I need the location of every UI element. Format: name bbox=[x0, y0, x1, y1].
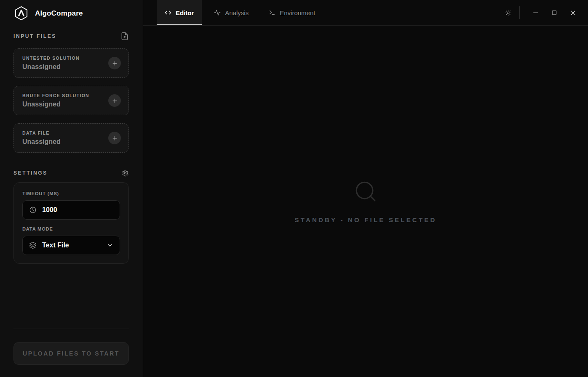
plus-icon[interactable] bbox=[108, 94, 121, 107]
file-card-label: BRUTE FORCE SOLUTION bbox=[22, 93, 89, 98]
activity-icon bbox=[214, 9, 221, 16]
chevron-down-icon bbox=[107, 242, 113, 249]
app-logo-hexagon-lambda-icon bbox=[13, 5, 29, 21]
app-title: AlgoCompare bbox=[35, 9, 83, 18]
settings-title: SETTINGS bbox=[13, 170, 48, 176]
titlebar: Editor Analysis Environment bbox=[143, 0, 588, 26]
file-card-value: Unassigned bbox=[22, 138, 61, 146]
timeout-label: TIMEOUT (MS) bbox=[22, 191, 120, 197]
input-files-header: INPUT FILES bbox=[13, 32, 129, 40]
data-mode-label: DATA MODE bbox=[22, 226, 120, 232]
main-area: Editor Analysis Environment bbox=[143, 0, 588, 377]
file-upload-icon[interactable] bbox=[120, 32, 129, 40]
search-icon bbox=[353, 179, 378, 204]
file-card-value: Unassigned bbox=[22, 63, 80, 71]
sun-icon[interactable] bbox=[499, 0, 517, 26]
tab-editor[interactable]: Editor bbox=[157, 0, 202, 25]
file-card-text: DATA FILE Unassigned bbox=[22, 130, 61, 146]
tab-environment[interactable]: Environment bbox=[261, 0, 323, 25]
file-card-data-file[interactable]: DATA FILE Unassigned bbox=[13, 123, 129, 153]
file-card-text: BRUTE FORCE SOLUTION Unassigned bbox=[22, 93, 89, 108]
data-mode-select[interactable]: Text File bbox=[22, 236, 120, 255]
file-card-value: Unassigned bbox=[22, 101, 89, 108]
input-files-title: INPUT FILES bbox=[13, 33, 56, 39]
terminal-icon bbox=[269, 9, 275, 16]
upload-files-button[interactable]: UPLOAD FILES TO START bbox=[13, 342, 129, 365]
sidebar-spacer bbox=[13, 264, 129, 329]
gear-icon[interactable] bbox=[122, 170, 129, 177]
layers-icon bbox=[29, 242, 37, 249]
tab-label: Editor bbox=[176, 9, 194, 16]
maximize-icon[interactable] bbox=[545, 0, 564, 26]
empty-state: STANDBY - NO FILE SELECTED bbox=[143, 26, 588, 377]
window-controls-divider bbox=[519, 6, 520, 19]
file-card-untested-solution[interactable]: UNTESTED SOLUTION Unassigned bbox=[13, 48, 129, 78]
timeout-input[interactable] bbox=[42, 206, 113, 214]
settings-card: TIMEOUT (MS) DATA MODE Text File bbox=[13, 182, 129, 264]
file-card-brute-force-solution[interactable]: BRUTE FORCE SOLUTION Unassigned bbox=[13, 86, 129, 115]
plus-icon[interactable] bbox=[108, 57, 121, 69]
plus-icon[interactable] bbox=[108, 132, 121, 144]
clock-icon bbox=[29, 206, 37, 214]
sidebar: AlgoCompare INPUT FILES UNTESTED SOLUTIO… bbox=[0, 0, 143, 377]
close-icon[interactable] bbox=[564, 0, 582, 26]
tab-analysis[interactable]: Analysis bbox=[206, 0, 257, 25]
window-controls bbox=[499, 0, 588, 25]
code-icon bbox=[165, 9, 171, 16]
file-card-label: DATA FILE bbox=[22, 130, 61, 135]
standby-message: STANDBY - NO FILE SELECTED bbox=[295, 216, 437, 223]
brand: AlgoCompare bbox=[13, 5, 129, 21]
file-card-label: UNTESTED SOLUTION bbox=[22, 56, 80, 61]
settings-header: SETTINGS bbox=[13, 169, 129, 177]
data-mode-value: Text File bbox=[42, 242, 69, 249]
timeout-field-container bbox=[22, 200, 120, 220]
tab-label: Analysis bbox=[225, 9, 249, 16]
file-card-text: UNTESTED SOLUTION Unassigned bbox=[22, 56, 80, 71]
minimize-icon[interactable] bbox=[527, 0, 545, 26]
sidebar-divider bbox=[13, 329, 129, 329]
tab-label: Environment bbox=[280, 9, 315, 16]
